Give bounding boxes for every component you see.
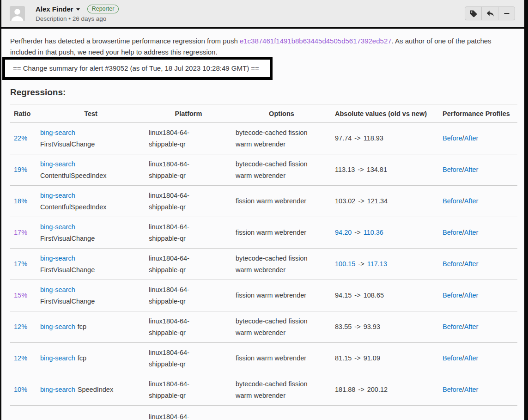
arrow-text: -> (353, 292, 361, 299)
header-values: Absolute values (old vs new) (331, 104, 439, 123)
after-link[interactable]: After (464, 260, 479, 268)
options-line-1: bytecode-cached fission (236, 127, 331, 139)
ratio-link[interactable]: 17% (14, 260, 27, 268)
test-link[interactable]: bing-search (40, 223, 75, 231)
options-line-2: warm webrender (236, 170, 331, 182)
platform-line-1: linux1804-64- (149, 127, 232, 139)
tag-button[interactable] (465, 6, 482, 20)
before-link[interactable]: Before (443, 386, 462, 393)
reply-button[interactable] (481, 6, 498, 20)
before-link[interactable]: Before (443, 354, 462, 362)
platform-line-1: linux1804-64- (149, 316, 232, 327)
test-suffix: FirstVisualChange (40, 264, 145, 276)
options-line-2: warm webrender (236, 264, 331, 276)
new-value[interactable]: 117.13 (367, 260, 387, 268)
platform-line-2: shippable-qr (149, 201, 232, 213)
profiles-cell: Before/After (439, 249, 517, 280)
options-line-1: bytecode-cached fission (236, 316, 331, 327)
new-value: 134.81 (367, 166, 387, 173)
reply-icon (486, 9, 494, 18)
before-link[interactable]: Before (443, 166, 462, 173)
platform-cell: linux1804-64- shippable-qr (145, 154, 232, 186)
options-cell: bytecode-cached fission warm webrender (232, 154, 331, 186)
comment-meta: Description • 26 days ago (36, 15, 119, 22)
options-cell: bytecode-cached fission warm webrender (232, 249, 331, 280)
table-row: 18% bing-searchContentfulSpeedIndex linu… (10, 186, 517, 217)
ratio-link[interactable]: 19% (14, 166, 27, 173)
platform-line-2: shippable-qr (149, 139, 232, 150)
change-summary-text: == Change summary for alert #39052 (as o… (13, 64, 259, 72)
paragraph-text-before: Perfherder has detected a browsertime pe… (10, 37, 240, 45)
platform-line-2: shippable-qr (149, 359, 232, 370)
ratio-link[interactable]: 18% (14, 197, 27, 205)
header-platform: Platform (145, 104, 232, 123)
after-link[interactable]: After (464, 292, 479, 299)
table-row: 19% bing-searchContentfulSpeedIndex linu… (10, 154, 517, 186)
platform-line-1: linux1804-64- (149, 347, 232, 359)
test-link[interactable]: bing-search (40, 192, 75, 199)
table-row: 17% bing-searchFirstVisualChange linux18… (10, 217, 517, 249)
options-line-1: fission warm webrender (236, 353, 331, 364)
platform-cell: linux1804-64- shippable-qr (145, 217, 232, 249)
values-cell: 100.15 -> 117.13 (331, 249, 439, 280)
test-suffix: FirstVisualChange (40, 233, 145, 244)
platform-line-1: linux1804-64- (149, 158, 232, 170)
after-link[interactable]: After (464, 354, 479, 362)
before-link[interactable]: Before (443, 197, 462, 205)
ratio-link[interactable]: 12% (14, 354, 27, 362)
test-link[interactable]: bing-search (40, 386, 75, 393)
regressions-table: Ratio Test Platform Options Absolute val… (10, 104, 517, 420)
platform-cell: linux1804-64- (145, 406, 232, 420)
after-link[interactable]: After (464, 166, 479, 173)
test-suffix: fcp (78, 354, 86, 362)
test-link[interactable]: bing-search (40, 255, 75, 262)
collapse-button[interactable] (498, 6, 515, 20)
before-link[interactable]: Before (443, 134, 462, 142)
platform-line-1: linux1804-64- (149, 411, 232, 420)
after-link[interactable]: After (464, 134, 479, 142)
arrow-text: -> (353, 229, 361, 236)
before-link[interactable]: Before (443, 292, 462, 299)
author-dropdown[interactable]: Alex Finder (36, 5, 80, 13)
push-link[interactable]: e1c387461f1491b8b63445d4505d5617392ed527 (240, 37, 392, 45)
test-link[interactable]: bing-search (40, 286, 75, 293)
values-cell: 97.74 -> 118.93 (331, 123, 439, 154)
old-value: 94.15 (335, 292, 352, 299)
old-value: 97.74 (335, 134, 352, 142)
before-link[interactable]: Before (443, 229, 462, 236)
arrow-text: -> (357, 166, 364, 173)
test-link[interactable]: bing-search (40, 323, 75, 330)
platform-line-1: linux1804-64- (149, 190, 232, 201)
before-link[interactable]: Before (443, 323, 462, 330)
ratio-link[interactable]: 10% (14, 386, 27, 393)
table-row: 15% bing-searchFirstVisualChange linux18… (10, 280, 517, 311)
comment-timestamp[interactable]: 26 days ago (73, 15, 107, 22)
old-value[interactable]: 94.20 (335, 229, 352, 236)
profiles-cell: Before/After (439, 217, 517, 249)
after-link[interactable]: After (464, 229, 479, 236)
test-link[interactable]: bing-search (40, 354, 75, 362)
options-line-2: warm webrender (236, 139, 331, 150)
test-link[interactable]: bing-search (40, 129, 75, 136)
after-link[interactable]: After (464, 197, 479, 205)
test-link[interactable]: bing-search (40, 160, 75, 168)
ratio-link[interactable]: 22% (14, 134, 27, 142)
new-value[interactable]: 110.36 (364, 229, 383, 236)
new-value: 108.65 (364, 292, 384, 299)
comment-card: Alex Finder Reporter Description • 26 da… (1, 0, 524, 420)
options-line-1: bytecode-cached fission (236, 378, 331, 390)
ratio-link[interactable]: 17% (14, 229, 27, 236)
values-cell: 103.02 -> 121.34 (331, 186, 439, 217)
header-profiles: Performance Profiles (439, 104, 517, 123)
before-link[interactable]: Before (443, 260, 462, 268)
ratio-link[interactable]: 15% (14, 292, 27, 299)
after-link[interactable]: After (464, 386, 479, 393)
old-value: 81.15 (335, 354, 352, 362)
ratio-link[interactable]: 12% (14, 323, 27, 330)
arrow-text: -> (353, 323, 361, 330)
old-value[interactable]: 100.15 (335, 260, 355, 268)
options-line-2: warm webrender (236, 390, 331, 402)
new-value: 93.93 (364, 323, 380, 330)
after-link[interactable]: After (464, 323, 479, 330)
new-value: 121.34 (367, 197, 388, 205)
